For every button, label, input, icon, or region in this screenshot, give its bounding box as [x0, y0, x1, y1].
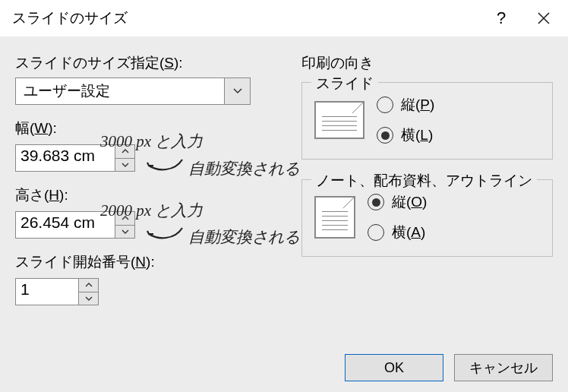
right-panel: 印刷の向き スライド 縦(P) 横(L) [301, 53, 553, 346]
group-slides-title: スライド [311, 74, 378, 93]
left-panel: スライドのサイズ指定(S): ユーザー設定 幅(W): 39.683 cm [15, 53, 285, 346]
size-spec-label: スライドのサイズ指定(S): [15, 53, 285, 73]
caret-down-icon [121, 162, 129, 167]
arrow-annotation-icon [144, 155, 190, 175]
orientation-header: 印刷の向き [301, 53, 553, 73]
annotation-width-input: 3000 px と入力 [100, 131, 203, 152]
startnum-spin-down[interactable] [79, 292, 98, 305]
radio-icon [377, 96, 393, 113]
help-button[interactable]: ? [480, 2, 522, 35]
size-spec-value: ユーザー設定 [16, 78, 224, 104]
document-portrait-icon [314, 196, 355, 239]
chevron-down-icon [233, 88, 242, 94]
document-landscape-icon [314, 101, 364, 139]
titlebar: スライドのサイズ ? [0, 0, 568, 36]
size-spec-combo[interactable]: ユーザー設定 [15, 77, 251, 105]
window-title: スライドのサイズ [12, 8, 480, 28]
width-spin-down[interactable] [115, 158, 134, 172]
footer: OK キャンセル [15, 346, 553, 381]
caret-down-icon [121, 229, 129, 234]
ok-button[interactable]: OK [345, 354, 443, 381]
caret-up-icon [85, 283, 93, 288]
arrow-annotation-icon [144, 223, 190, 243]
radio-slides-portrait[interactable]: 縦(P) [377, 95, 434, 115]
startnum-spinbox[interactable]: 1 [15, 278, 99, 305]
group-slides: スライド 縦(P) 横(L) [301, 82, 553, 160]
radio-icon [368, 224, 384, 241]
group-notes: ノート、配布資料、アウトライン 縦(O) 横(A) [301, 179, 553, 257]
radio-icon [368, 194, 384, 210]
radio-slides-landscape[interactable]: 横(L) [377, 125, 434, 145]
annotation-height-auto: 自動変換される [188, 226, 300, 248]
caret-down-icon [85, 296, 93, 301]
startnum-value[interactable]: 1 [16, 279, 78, 305]
close-button[interactable] [522, 2, 565, 35]
combo-dropdown-button[interactable] [224, 78, 250, 104]
annotation-width-auto: 自動変換される [188, 158, 300, 179]
group-notes-title: ノート、配布資料、アウトライン [311, 171, 537, 191]
height-spin-down[interactable] [115, 225, 134, 239]
radio-notes-landscape[interactable]: 横(A) [368, 223, 427, 242]
cancel-button[interactable]: キャンセル [454, 354, 553, 381]
startnum-spin-up[interactable] [79, 279, 98, 292]
annotation-height-input: 2000 px と入力 [100, 200, 203, 221]
radio-notes-portrait[interactable]: 縦(O) [368, 192, 427, 212]
close-icon [537, 11, 551, 25]
radio-icon [377, 127, 393, 144]
startnum-label: スライド開始番号(N): [15, 252, 285, 272]
